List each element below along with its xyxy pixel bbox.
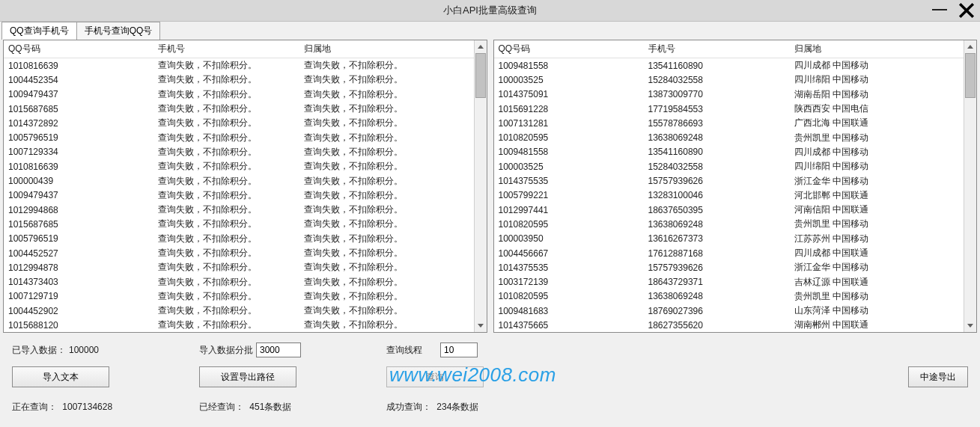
table-row[interactable]: 100317213918643729371吉林辽源 中国联通	[494, 274, 964, 289]
chevron-up-icon	[478, 45, 484, 49]
col-header-qq[interactable]: QQ号码	[494, 40, 644, 58]
close-icon	[958, 2, 975, 19]
table-row[interactable]: 101437553515757939626浙江金华 中国移动	[494, 260, 964, 274]
chevron-down-icon	[478, 324, 484, 328]
cell-phone: 18769027396	[644, 305, 790, 317]
table-row[interactable]: 100579922113283100046河北邯郸 中国联通	[494, 188, 964, 203]
cell-qq: 1010820595	[494, 290, 644, 302]
col-header-phone[interactable]: 手机号	[153, 40, 299, 58]
tab-qq-to-phone[interactable]: QQ查询手机号	[1, 22, 77, 40]
table-row[interactable]: 1009479437查询失败，不扣除积分。查询失败，不扣除积分。	[4, 188, 474, 203]
cell-loc: 查询失败，不扣除积分。	[299, 275, 474, 289]
table-row[interactable]: 101082059513638069248贵州凯里 中国移动	[494, 289, 964, 304]
table-row[interactable]: 100000439查询失败，不扣除积分。查询失败，不扣除积分。	[4, 173, 474, 188]
table-row[interactable]: 1004452902查询失败，不扣除积分。查询失败，不扣除积分。	[4, 304, 474, 318]
table-row[interactable]: 101082059513638069248贵州凯里 中国移动	[494, 130, 964, 144]
cell-loc: 查询失败，不扣除积分。	[299, 73, 474, 87]
import-button[interactable]: 导入文本	[12, 366, 109, 387]
table-row[interactable]: 1015687685查询失败，不扣除积分。查询失败，不扣除积分。	[4, 102, 474, 116]
thread-label: 查询线程	[386, 344, 422, 357]
cell-phone: 查询失败，不扣除积分。	[153, 102, 299, 116]
cell-phone: 查询失败，不扣除积分。	[153, 145, 299, 159]
table-row[interactable]: 1015688120查询失败，不扣除积分。查询失败，不扣除积分。	[4, 318, 474, 332]
cell-loc: 查询失败，不扣除积分。	[299, 260, 474, 274]
stop-export-button[interactable]: 中途导出	[908, 366, 968, 387]
table-row[interactable]: 101299744118637650395河南信阳 中国联通	[494, 203, 964, 217]
cell-phone: 13541160890	[644, 60, 790, 72]
cell-loc: 查询失败，不扣除积分。	[299, 318, 474, 332]
cell-qq: 100003525	[494, 74, 644, 86]
cell-qq: 1009481683	[494, 305, 644, 317]
col-header-phone[interactable]: 手机号	[644, 40, 790, 58]
minimize-button[interactable]: —	[926, 0, 953, 21]
table-row[interactable]: 101437566518627355620湖南郴州 中国联通	[494, 318, 964, 332]
titlebar[interactable]: 小白API批量高级查询 —	[0, 0, 980, 21]
table-row[interactable]: 1007129334查询失败，不扣除积分。查询失败，不扣除积分。	[4, 145, 474, 159]
cell-phone: 18643729371	[644, 276, 790, 288]
thread-input[interactable]	[440, 342, 478, 357]
table-row[interactable]: 1014373403查询失败，不扣除积分。查询失败，不扣除积分。	[4, 274, 474, 289]
table-row[interactable]: 1015687685查询失败，不扣除积分。查询失败，不扣除积分。	[4, 217, 474, 231]
table-row[interactable]: 100445666717612887168四川成都 中国联通	[494, 246, 964, 260]
scroll-thumb[interactable]	[965, 53, 976, 98]
table-row[interactable]: 1005796519查询失败，不扣除积分。查询失败，不扣除积分。	[4, 232, 474, 246]
table-row[interactable]: 1007129719查询失败，不扣除积分。查询失败，不扣除积分。	[4, 289, 474, 304]
cell-qq: 1015687685	[4, 103, 153, 115]
scroll-track[interactable]	[964, 53, 976, 319]
right-scrollbar[interactable]	[964, 40, 976, 332]
export-path-button[interactable]: 设置导出路径	[199, 366, 296, 387]
table-row[interactable]: 100713128115578786693广西北海 中国联通	[494, 116, 964, 130]
window-title: 小白API批量高级查询	[443, 4, 537, 17]
col-header-qq[interactable]: QQ号码	[4, 40, 153, 58]
right-header-row[interactable]: QQ号码 手机号 归属地	[494, 40, 964, 58]
scroll-thumb[interactable]	[475, 53, 486, 98]
scroll-up-button[interactable]	[964, 40, 976, 53]
cell-qq: 1010816639	[4, 161, 153, 173]
cell-loc: 吉林辽源 中国联通	[790, 275, 964, 289]
left-scrollbar[interactable]	[474, 40, 487, 332]
cell-loc: 查询失败，不扣除积分。	[299, 145, 474, 159]
cell-phone: 13541160890	[644, 146, 790, 158]
table-row[interactable]: 1010816639查询失败，不扣除积分。查询失败，不扣除积分。	[4, 58, 474, 73]
table-row[interactable]: 1004452354查询失败，不扣除积分。查询失败，不扣除积分。	[4, 73, 474, 87]
scroll-down-button[interactable]	[964, 319, 976, 332]
cell-qq: 1007129719	[4, 290, 153, 302]
table-row[interactable]: 10000395013616267373江苏苏州 中国移动	[494, 232, 964, 246]
table-row[interactable]: 1009479437查询失败，不扣除积分。查询失败，不扣除积分。	[4, 87, 474, 102]
cell-phone: 查询失败，不扣除积分。	[153, 318, 299, 332]
right-panel: QQ号码 手机号 归属地 100948155813541160890四川成都 中…	[493, 40, 978, 333]
table-row[interactable]: 100948155813541160890四川成都 中国移动	[494, 145, 964, 159]
table-row[interactable]: 100948155813541160890四川成都 中国移动	[494, 58, 964, 73]
cell-qq: 1014373403	[4, 276, 153, 288]
cell-phone: 18637650395	[644, 204, 790, 216]
cell-phone: 查询失败，不扣除积分。	[153, 246, 299, 260]
scroll-track[interactable]	[475, 53, 487, 319]
table-row[interactable]: 1012994878查询失败，不扣除积分。查询失败，不扣除积分。	[4, 260, 474, 274]
cell-phone: 13638069248	[644, 132, 790, 144]
table-row[interactable]: 101437509113873009770湖南岳阳 中国移动	[494, 87, 964, 102]
table-row[interactable]: 101569122817719584553陕西西安 中国电信	[494, 102, 964, 116]
table-row[interactable]: 1004452527查询失败，不扣除积分。查询失败，不扣除积分。	[4, 246, 474, 260]
tab-phone-to-qq[interactable]: 手机号查询QQ号	[76, 22, 161, 40]
cell-loc: 贵州凯里 中国移动	[790, 289, 964, 304]
table-row[interactable]: 1010816639查询失败，不扣除积分。查询失败，不扣除积分。	[4, 159, 474, 173]
batch-input[interactable]	[256, 342, 301, 357]
cell-qq: 1007129334	[4, 146, 153, 158]
cell-qq: 1005796519	[4, 233, 153, 245]
table-row[interactable]: 1012994868查询失败，不扣除积分。查询失败，不扣除积分。	[4, 203, 474, 217]
col-header-loc[interactable]: 归属地	[790, 40, 964, 58]
scroll-down-button[interactable]	[475, 319, 487, 332]
scroll-up-button[interactable]	[475, 40, 487, 53]
table-row[interactable]: 10000352515284032558四川绵阳 中国移动	[494, 159, 964, 173]
cell-phone: 13283100046	[644, 189, 790, 201]
table-row[interactable]: 1005796519查询失败，不扣除积分。查询失败，不扣除积分。	[4, 130, 474, 144]
table-row[interactable]: 1014372892查询失败，不扣除积分。查询失败，不扣除积分。	[4, 116, 474, 130]
close-button[interactable]	[953, 0, 980, 21]
table-row[interactable]: 100948168318769027396山东菏泽 中国移动	[494, 304, 964, 318]
query-button[interactable]: 查询	[386, 366, 484, 387]
left-header-row[interactable]: QQ号码 手机号 归属地	[4, 40, 474, 58]
table-row[interactable]: 101437553515757939626浙江金华 中国移动	[494, 173, 964, 188]
table-row[interactable]: 10000352515284032558四川绵阳 中国移动	[494, 73, 964, 87]
col-header-loc[interactable]: 归属地	[299, 40, 474, 58]
table-row[interactable]: 101082059513638069248贵州凯里 中国移动	[494, 217, 964, 231]
